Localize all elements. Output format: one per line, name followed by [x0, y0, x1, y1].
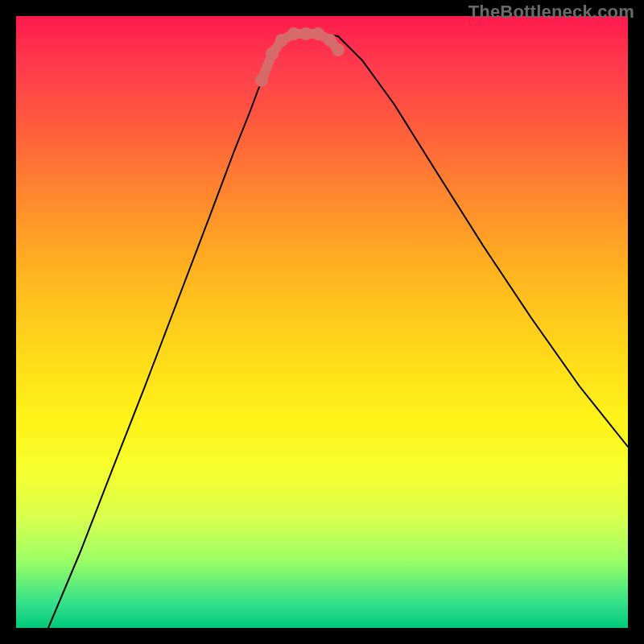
- valley-marker-dot: [275, 34, 288, 47]
- valley-marker-dot: [299, 27, 312, 40]
- valley-marker-dot: [332, 43, 345, 56]
- valley-marker-dot: [255, 74, 268, 87]
- outer-frame: TheBottleneck.com: [0, 0, 644, 644]
- valley-marker-dot: [287, 27, 300, 40]
- valley-marker-dot: [312, 27, 324, 40]
- valley-marker-dot: [266, 47, 279, 60]
- chart-svg: [16, 16, 628, 628]
- watermark-text: TheBottleneck.com: [469, 2, 634, 23]
- bottleneck-curve: [48, 34, 628, 628]
